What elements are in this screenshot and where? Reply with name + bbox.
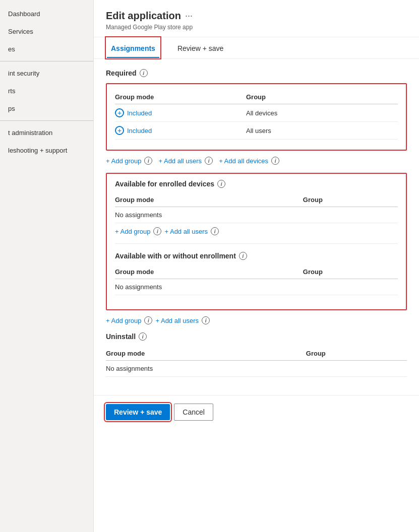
table-row: No assignments [115,207,398,223]
included-label-1: Included [127,109,152,117]
required-box: Group mode Group + Included [106,83,407,151]
sidebar-item-ps[interactable]: ps [0,100,93,117]
section-uninstall-title: Uninstall i [106,332,407,341]
page-title: Edit application [106,10,181,22]
more-options-button[interactable]: ··· [185,11,193,21]
available-without-col-group: Group [303,265,398,279]
page-header: Edit application ··· Managed Google Play… [94,0,419,37]
available-enrolled-add-group-info[interactable]: i [153,227,161,235]
tab-assignments[interactable]: Assignments [106,37,160,58]
included-label-2: Included [127,127,152,135]
available-sections-box: Available for enrolled devices i Group m… [106,173,407,310]
required-table: Group mode Group + Included [115,90,398,140]
review-save-button[interactable]: Review + save [106,404,170,420]
uninstall-col-group: Group [306,347,407,361]
included-badge-2[interactable]: + Included [115,126,152,135]
sidebar-item-it-administration[interactable]: t administration [0,124,93,142]
available-enrolled-add-users-info[interactable]: i [211,227,219,235]
available-enrolled-no-assignments: No assignments [115,207,398,223]
plus-circle-icon-2: + [115,126,124,135]
available-enrolled-col-group: Group [303,193,398,207]
section-available-enrolled-title: Available for enrolled devices i [115,180,398,188]
table-row: No assignments [106,361,407,377]
page-subtitle: Managed Google Play store app [106,24,407,31]
plus-circle-icon-1: + [115,108,124,117]
available-without-add-group-row: + Add group i + Add all users i [106,316,407,324]
table-row: + Included All users [115,122,398,140]
section-required-title: Required i [106,69,407,77]
sidebar-item-troubleshooting[interactable]: leshooting + support [0,142,93,159]
section-available-without: Available with or without enrollment i G… [115,252,398,295]
required-add-users-info[interactable]: i [205,157,213,165]
sidebar-divider-1 [0,61,93,61]
sidebar-item-es[interactable]: es [0,40,93,58]
available-enrolled-col-group-mode: Group mode [115,193,303,207]
section-required: Required i Group mode Group [106,69,407,165]
available-without-add-group-link[interactable]: + Add group [106,317,141,324]
sidebar-item-joint-security[interactable]: int security [0,64,93,82]
sidebar-divider-2 [0,120,93,121]
required-col-group: Group [246,90,398,104]
available-enrolled-add-all-users-link[interactable]: + Add all users [164,228,208,235]
available-without-add-group-info[interactable]: i [144,316,152,324]
available-enrolled-info-icon[interactable]: i [217,180,225,188]
required-add-group-row: + Add group i + Add all users i + Add al… [106,157,407,165]
required-add-group-info[interactable]: i [144,157,152,165]
sidebar-item-services[interactable]: Services [0,23,93,40]
table-row: No assignments [115,279,398,295]
section-uninstall: Uninstall i Group mode Group No assignme… [106,332,407,377]
required-add-all-users-link[interactable]: + Add all users [158,157,202,165]
sidebar-item-rts[interactable]: rts [0,82,93,100]
main-content: Edit application ··· Managed Google Play… [94,0,419,532]
available-without-info-icon[interactable]: i [239,252,247,260]
required-add-devices-info[interactable]: i [271,157,279,165]
included-badge-1[interactable]: + Included [115,108,152,117]
required-col-group-mode: Group mode [115,90,246,104]
group-all-devices: All devices [246,104,398,122]
sidebar-item-dashboard[interactable]: Dashboard [0,5,93,23]
available-enrolled-add-group-link[interactable]: + Add group [115,228,150,235]
group-all-users: All users [246,122,398,140]
available-without-add-all-users-link[interactable]: + Add all users [155,317,199,324]
available-enrolled-table: Group mode Group No assignments [115,193,398,223]
available-without-no-assignments: No assignments [115,279,398,295]
uninstall-no-assignments: No assignments [106,361,407,377]
section-available-enrolled: Available for enrolled devices i Group m… [115,180,398,235]
tabs-bar: Assignments Review + save [94,37,419,59]
sidebar: Dashboard Services es int security rts p… [0,0,94,532]
required-add-all-devices-link[interactable]: + Add all devices [219,157,268,165]
action-bar: Review + save Cancel [94,395,419,429]
available-sections-divider [115,243,398,244]
uninstall-col-group-mode: Group mode [106,347,306,361]
table-row: + Included All devices [115,104,398,122]
tab-review-save[interactable]: Review + save [172,37,228,58]
available-without-add-users-info[interactable]: i [202,316,210,324]
content-area: Required i Group mode Group [94,59,419,395]
cancel-button[interactable]: Cancel [174,404,213,421]
available-without-table: Group mode Group No assignments [115,265,398,295]
available-without-col-group-mode: Group mode [115,265,303,279]
required-info-icon[interactable]: i [140,69,148,77]
uninstall-table: Group mode Group No assignments [106,347,407,377]
available-enrolled-add-group-row: + Add group i + Add all users i [115,227,398,235]
uninstall-info-icon[interactable]: i [139,332,147,341]
required-add-group-link[interactable]: + Add group [106,157,141,165]
section-available-without-title: Available with or without enrollment i [115,252,398,260]
